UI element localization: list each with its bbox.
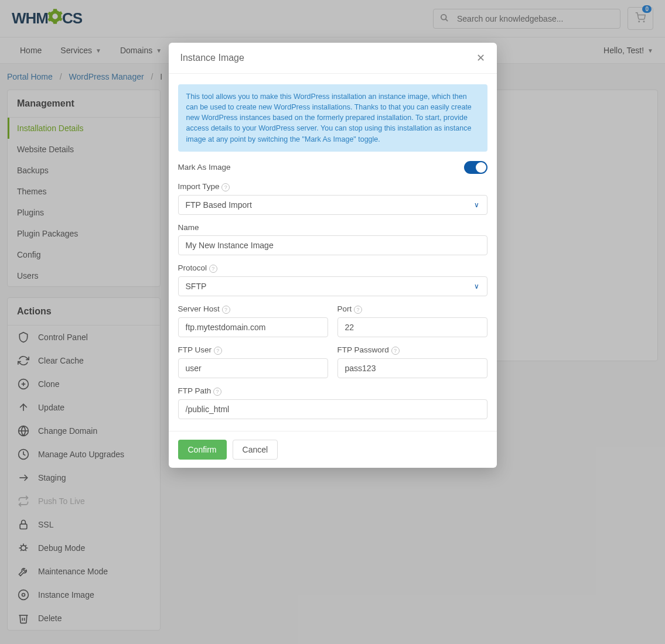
modal-title: Instance Image (180, 53, 244, 63)
help-icon[interactable]: ? (221, 183, 230, 191)
port-input[interactable] (337, 317, 487, 337)
mark-as-image-toggle[interactable] (464, 161, 487, 174)
import-type-select[interactable] (178, 195, 487, 215)
help-icon[interactable]: ? (354, 306, 362, 314)
help-icon[interactable]: ? (214, 347, 222, 355)
help-icon[interactable]: ? (213, 388, 221, 396)
confirm-button[interactable]: Confirm (178, 440, 227, 460)
name-input[interactable] (178, 235, 487, 255)
server-host-label: Server Host ? (178, 304, 328, 314)
info-box: This tool allows you to make this WordPr… (178, 84, 487, 152)
import-type-label: Import Type ? (178, 182, 487, 191)
cancel-button[interactable]: Cancel (233, 440, 278, 460)
ftp-path-input[interactable] (178, 399, 487, 419)
ftp-password-input[interactable] (337, 358, 487, 378)
ftp-password-label: FTP Password ? (337, 345, 487, 355)
protocol-select[interactable] (178, 276, 487, 296)
close-icon[interactable]: ✕ (476, 52, 485, 64)
protocol-label: Protocol ? (178, 263, 487, 273)
port-label: Port ? (337, 304, 487, 314)
ftp-path-label: FTP Path ? (178, 386, 487, 396)
ftp-user-input[interactable] (178, 358, 328, 378)
name-label: Name (178, 223, 487, 232)
mark-as-image-label: Mark As Image (178, 163, 231, 172)
instance-image-modal: Instance Image ✕ This tool allows you to… (169, 43, 497, 468)
help-icon[interactable]: ? (222, 306, 230, 314)
server-host-input[interactable] (178, 317, 328, 337)
ftp-user-label: FTP User ? (178, 345, 328, 355)
help-icon[interactable]: ? (391, 347, 400, 355)
help-icon[interactable]: ? (209, 265, 217, 273)
